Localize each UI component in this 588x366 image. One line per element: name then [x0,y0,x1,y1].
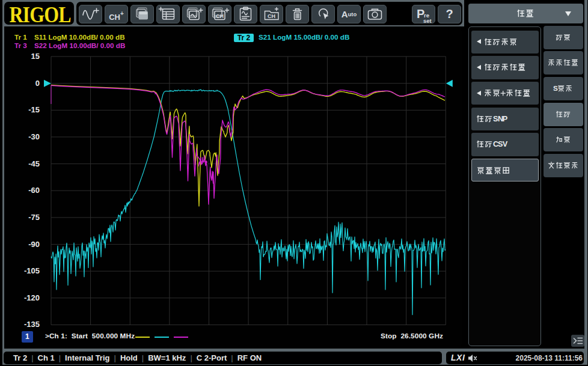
svg-text:CH: CH [268,13,275,19]
svg-text:CH: CH [216,13,224,19]
svg-text:S: S [553,84,558,93]
svg-text:V: V [503,140,508,148]
svg-text:P: P [503,115,508,123]
